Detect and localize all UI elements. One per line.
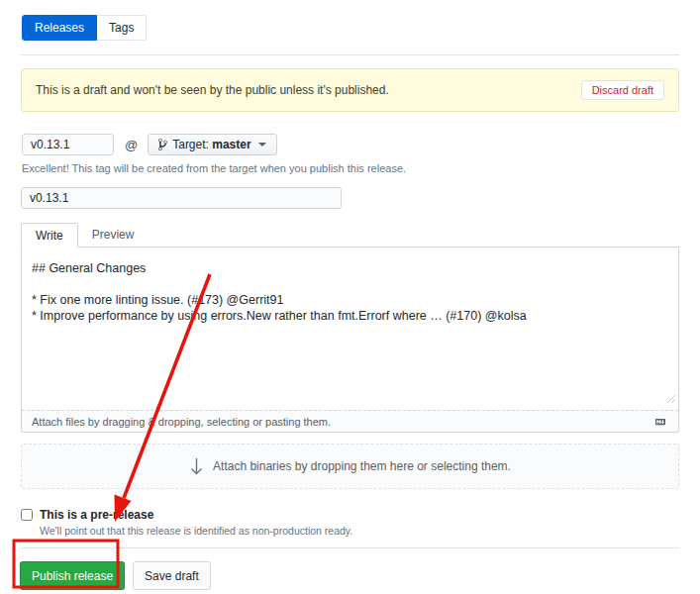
draft-banner: This is a draft and won't be seen by the… xyxy=(21,68,679,112)
target-branch-label: Target: master xyxy=(172,138,250,151)
down-arrow-icon xyxy=(189,457,204,475)
binary-dropzone[interactable]: Attach binaries by dropping them here or… xyxy=(21,444,679,489)
attach-files-bar[interactable]: Attach files by dragging & dropping, sel… xyxy=(22,410,678,432)
tag-helper-text: Excellent! This tag will be created from… xyxy=(22,162,700,174)
save-draft-button[interactable]: Save draft xyxy=(133,561,211,590)
subnav-item-releases[interactable]: Releases xyxy=(22,15,97,41)
action-buttons: Publish release Save draft xyxy=(20,561,700,590)
releases-tags-subnav: Releases Tags xyxy=(22,15,147,41)
draft-banner-message: This is a draft and won't be seen by the… xyxy=(36,83,389,97)
markdown-icon[interactable] xyxy=(652,417,668,427)
binary-dropzone-label: Attach binaries by dropping them here or… xyxy=(213,459,511,473)
publish-release-button[interactable]: Publish release xyxy=(20,561,125,590)
top-divider xyxy=(21,54,679,55)
at-symbol: @ xyxy=(125,138,138,152)
resize-grip[interactable] xyxy=(666,392,676,408)
attach-files-hint: Attach files by dragging & dropping, sel… xyxy=(32,416,331,428)
actions-divider xyxy=(21,547,679,548)
release-title-input[interactable] xyxy=(21,187,342,209)
release-notes-textarea[interactable]: ## General Changes * Fix one more lintin… xyxy=(22,248,678,410)
tag-row: @ Target: master xyxy=(22,134,679,155)
chevron-down-icon xyxy=(258,143,266,147)
subnav-item-tags[interactable]: Tags xyxy=(97,15,147,41)
release-notes-editor: ## General Changes * Fix one more lintin… xyxy=(21,248,679,433)
discard-draft-button[interactable]: Discard draft xyxy=(581,80,664,100)
prerelease-checkbox[interactable] xyxy=(21,509,33,521)
prerelease-label[interactable]: This is a pre-release xyxy=(40,508,153,522)
git-branch-icon xyxy=(158,138,167,151)
prerelease-section: This is a pre-release We'll point out th… xyxy=(21,508,700,537)
prerelease-description: We'll point out that this release is ide… xyxy=(40,525,700,537)
tag-name-input[interactable] xyxy=(22,134,114,155)
editor-tabnav: Write Preview xyxy=(21,223,679,248)
tab-write[interactable]: Write xyxy=(21,223,78,248)
release-edit-page: Releases Tags This is a draft and won't … xyxy=(0,0,700,594)
target-branch-dropdown[interactable]: Target: master xyxy=(148,134,276,155)
tab-preview[interactable]: Preview xyxy=(78,223,149,247)
